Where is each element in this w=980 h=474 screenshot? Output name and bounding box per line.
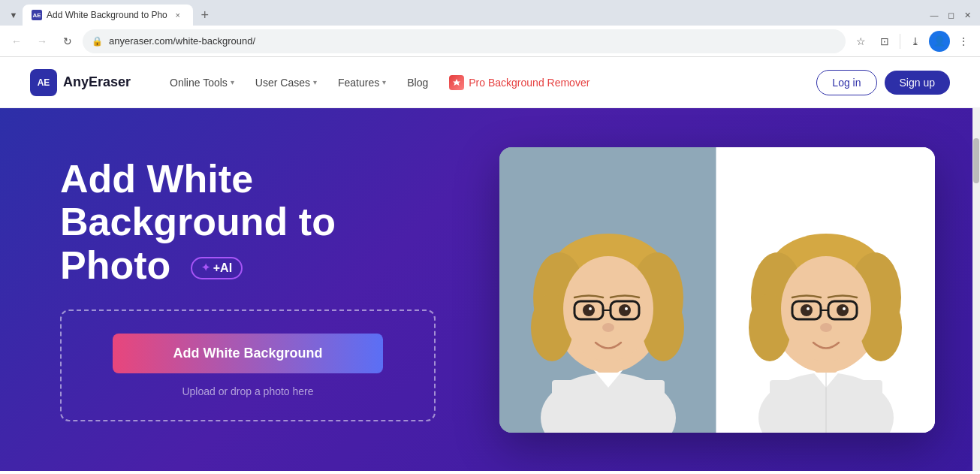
tab-prev-button[interactable]: ▼ [6, 5, 21, 26]
hero-section: Add White Background to Photo ✦ +AI Add … [0, 108, 980, 471]
website-content: AE AnyEraser Online Tools ▾ User Cases ▾… [0, 57, 980, 471]
svg-rect-2 [552, 380, 665, 433]
url-text: anyeraser.com/white-background/ [109, 35, 837, 47]
window-controls: — ◻ ✕ [927, 8, 974, 22]
menu-button[interactable]: ⋮ [953, 31, 974, 52]
nav-features-label: Features [338, 77, 379, 89]
nav-online-tools[interactable]: Online Tools ▾ [161, 72, 243, 93]
site-logo[interactable]: AE AnyEraser [30, 69, 131, 96]
minimize-button[interactable]: — [927, 8, 941, 22]
chevron-down-icon: ▾ [313, 78, 317, 86]
chevron-down-icon: ▾ [231, 78, 234, 86]
nav-features[interactable]: Features ▾ [329, 72, 395, 93]
browser-nav-bar: ← → ↻ 🔒 anyeraser.com/white-background/ … [0, 26, 980, 57]
chevron-down-icon: ▾ [382, 78, 386, 86]
site-navbar: AE AnyEraser Online Tools ▾ User Cases ▾… [0, 57, 980, 108]
svg-point-19 [602, 323, 614, 332]
nav-online-tools-label: Online Tools [170, 77, 228, 89]
upload-button[interactable]: Add White Background [113, 334, 383, 373]
extensions-button[interactable]: ⊡ [874, 31, 895, 52]
browser-tab-active[interactable]: AE Add White Background to Pho × [23, 5, 193, 26]
demo-before-half [499, 147, 717, 433]
svg-point-14 [589, 307, 592, 310]
scrollbar-thumb[interactable] [973, 138, 979, 183]
nav-blog-label: Blog [407, 77, 428, 89]
bookmark-button[interactable]: ☆ [850, 31, 871, 52]
site-nav-links: Online Tools ▾ User Cases ▾ Features ▾ B… [161, 71, 816, 95]
back-button[interactable]: ← [6, 31, 27, 52]
svg-point-40 [820, 323, 832, 332]
address-bar[interactable]: 🔒 anyeraser.com/white-background/ [83, 29, 846, 53]
hero-demo-image [499, 147, 935, 433]
svg-point-35 [807, 307, 810, 310]
nav-pro-label: Pro Background Remover [469, 77, 590, 89]
lock-icon: 🔒 [92, 36, 103, 47]
hero-right [499, 147, 935, 433]
svg-point-37 [837, 304, 849, 316]
hero-left: Add White Background to Photo ✦ +AI Add … [60, 158, 454, 421]
nav-user-cases[interactable]: User Cases ▾ [246, 72, 326, 93]
demo-after-half [717, 147, 935, 433]
download-button[interactable]: ⤓ [905, 31, 926, 52]
svg-point-17 [625, 307, 628, 310]
nav-extras: ☆ ⊡ ⤓ 👤 ⋮ [850, 31, 974, 52]
reload-button[interactable]: ↻ [57, 31, 78, 52]
scrollbar[interactable] [972, 108, 980, 471]
upload-hint: Upload or drop a photo here [182, 385, 313, 397]
tab-list: ▼ AE Add White Background to Pho × + [6, 5, 918, 26]
profile-button[interactable]: 👤 [929, 31, 950, 52]
nav-user-cases-label: User Cases [255, 77, 310, 89]
nav-divider [900, 34, 900, 49]
nav-blog[interactable]: Blog [398, 72, 437, 93]
close-window-button[interactable]: ✕ [960, 8, 974, 22]
tab-title: Add White Background to Pho [47, 10, 167, 20]
hero-title: Add White Background to Photo ✦ +AI [60, 158, 454, 287]
svg-point-13 [583, 304, 595, 316]
ai-plus-icon: ✦ [201, 262, 210, 273]
forward-button[interactable]: → [32, 31, 53, 52]
browser-title-bar: ▼ AE Add White Background to Pho × + — ◻… [0, 0, 980, 26]
hero-title-line1: Add White [60, 157, 253, 201]
ai-badge: ✦ +AI [191, 257, 243, 279]
tab-favicon: AE [32, 10, 42, 20]
before-after-divider [716, 147, 719, 433]
new-tab-button[interactable]: + [194, 5, 216, 26]
login-button[interactable]: Log in [816, 70, 876, 95]
svg-point-38 [843, 307, 846, 310]
svg-point-16 [619, 304, 631, 316]
svg-point-34 [801, 304, 813, 316]
logo-text: AnyEraser [63, 74, 131, 90]
nav-actions: Log in Sign up [816, 70, 950, 95]
nav-pro-remover[interactable]: Pro Background Remover [440, 71, 599, 95]
pro-icon [449, 75, 464, 90]
logo-icon: AE [30, 69, 57, 96]
ai-badge-text: +AI [213, 261, 232, 275]
maximize-button[interactable]: ◻ [944, 8, 957, 22]
signup-button[interactable]: Sign up [885, 71, 950, 95]
browser-chrome: ▼ AE Add White Background to Pho × + — ◻… [0, 0, 980, 57]
upload-area[interactable]: Add White Background Upload or drop a ph… [60, 309, 436, 421]
tab-close-button[interactable]: × [172, 9, 184, 21]
